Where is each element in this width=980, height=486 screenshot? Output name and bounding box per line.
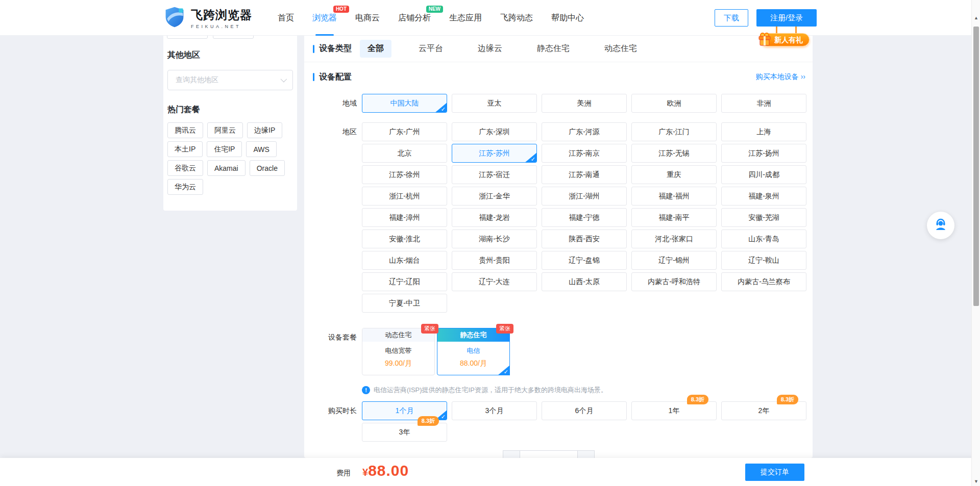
option-button[interactable]: 四川-成都	[721, 165, 806, 184]
package-card[interactable]: 静态住宅紧张电信88.00/月✓	[437, 328, 510, 375]
stock-badge: 紧张	[496, 324, 513, 334]
hot-package-tag[interactable]: Oracle	[250, 160, 285, 176]
option-button[interactable]: 美洲	[542, 94, 627, 113]
hot-package-tag[interactable]: AWS	[246, 141, 276, 157]
scrollbar-thumb[interactable]	[973, 27, 979, 306]
option-button[interactable]: 河北-张家口	[631, 229, 717, 248]
hot-package-tag[interactable]: 住宅IP	[207, 141, 242, 157]
nav-item-电商云[interactable]: 电商云	[355, 0, 380, 36]
option-label: 四川-成都	[748, 170, 779, 178]
package-carrier: 电信宽带	[362, 346, 434, 355]
option-button[interactable]: 辽宁-盘锦	[542, 251, 627, 270]
page-scrollbar[interactable]: ▲ ▼	[971, 0, 980, 486]
option-button[interactable]: 3个月	[452, 401, 537, 420]
package-card[interactable]: 动态住宅紧张电信宽带99.00/月	[362, 328, 435, 375]
option-button[interactable]: 江苏-宿迁	[452, 165, 537, 184]
option-button[interactable]: 非洲	[721, 94, 806, 113]
option-button[interactable]: 福建-宁德	[542, 208, 627, 227]
option-button[interactable]: 中国大陆✓	[362, 94, 447, 113]
clipped-tag[interactable]	[167, 36, 208, 39]
option-button[interactable]: 广东-广州	[362, 122, 447, 141]
device-type-tab[interactable]: 动态住宅	[597, 40, 645, 58]
option-button[interactable]: 福建-漳州	[362, 208, 447, 227]
nav-item-生态应用[interactable]: 生态应用	[449, 0, 482, 36]
scroll-down-icon[interactable]: ▼	[972, 479, 980, 484]
option-button[interactable]: 辽宁-辽阳	[362, 272, 447, 291]
option-label: 辽宁-锦州	[658, 256, 690, 264]
option-button[interactable]: 辽宁-鞍山	[721, 251, 806, 270]
option-button[interactable]: 内蒙古-乌兰察布	[721, 272, 806, 291]
new-user-gift-badge[interactable]: 新人有礼	[761, 33, 810, 46]
login-register-button[interactable]: 注册/登录	[756, 9, 817, 27]
clipped-tag[interactable]	[213, 36, 254, 39]
option-button[interactable]: 江苏-南通	[542, 165, 627, 184]
buy-local-device-link[interactable]: 购买本地设备 ››	[756, 72, 805, 82]
option-label: 2年	[758, 406, 770, 415]
hot-package-tag[interactable]: 华为云	[167, 179, 203, 195]
nav-item-首页[interactable]: 首页	[278, 0, 294, 36]
option-button[interactable]: 湖南-长沙	[452, 229, 537, 248]
option-button[interactable]: 浙江-杭州	[362, 187, 447, 206]
hot-package-tag[interactable]: 本土IP	[167, 141, 203, 157]
device-type-tab[interactable]: 边缘云	[470, 40, 510, 58]
option-button[interactable]: 欧洲	[631, 94, 717, 113]
nav-item-帮助中心[interactable]: 帮助中心	[551, 0, 584, 36]
option-button[interactable]: 辽宁-大连	[452, 272, 537, 291]
check-icon: ✓	[531, 157, 535, 162]
option-button[interactable]: 陕西-西安	[542, 229, 627, 248]
option-button[interactable]: 江苏-扬州	[721, 144, 806, 163]
option-button[interactable]: 江苏-南京	[542, 144, 627, 163]
area-label: 地区	[304, 122, 357, 137]
option-button[interactable]: 山西-太原	[542, 272, 627, 291]
device-type-tab[interactable]: 全部	[360, 40, 391, 58]
logo[interactable]: 飞跨浏览器 FEIKUA.NET	[163, 5, 252, 31]
nav-item-店铺分析[interactable]: 店铺分析NEW	[398, 0, 431, 36]
option-button[interactable]: 福建-泉州	[721, 187, 806, 206]
quantity-minus-button[interactable]	[503, 450, 520, 458]
option-button[interactable]: 安徽-淮北	[362, 229, 447, 248]
submit-order-button[interactable]: 提交订单	[745, 464, 804, 481]
quantity-input[interactable]	[520, 450, 577, 458]
quantity-plus-button[interactable]	[577, 450, 595, 458]
option-button[interactable]: 重庆	[631, 165, 717, 184]
device-type-tab[interactable]: 云平台	[411, 40, 451, 58]
nav-item-飞跨动态[interactable]: 飞跨动态	[500, 0, 533, 36]
option-button[interactable]: 亚太	[452, 94, 537, 113]
option-button[interactable]: 广东-河源	[542, 122, 627, 141]
nav-item-浏览器[interactable]: 浏览器HOT	[312, 0, 337, 36]
hot-package-tag[interactable]: 边缘IP	[247, 122, 282, 138]
option-button[interactable]: 浙江-金华	[452, 187, 537, 206]
stock-badge: 紧张	[421, 324, 438, 334]
option-button[interactable]: 安徽-芜湖	[721, 208, 806, 227]
option-button[interactable]: 浙江-湖州	[542, 187, 627, 206]
hot-package-tag[interactable]: 谷歌云	[167, 160, 203, 176]
option-button[interactable]: 上海	[721, 122, 806, 141]
option-button[interactable]: 广东-深圳	[452, 122, 537, 141]
hot-package-tag[interactable]: 阿里云	[207, 122, 243, 138]
option-button[interactable]: 江苏-无锡	[631, 144, 717, 163]
option-button[interactable]: 辽宁-锦州	[631, 251, 717, 270]
option-button[interactable]: 北京	[362, 144, 447, 163]
customer-service-fab[interactable]	[927, 212, 954, 239]
option-button[interactable]: 广东-江门	[631, 122, 717, 141]
option-button[interactable]: 山东-烟台	[362, 251, 447, 270]
package-label: 设备套餐	[304, 328, 357, 342]
option-button[interactable]: 福建-龙岩	[452, 208, 537, 227]
option-button[interactable]: 贵州-贵阳	[452, 251, 537, 270]
hot-package-tag[interactable]: 腾讯云	[167, 122, 203, 138]
option-button[interactable]: 6个月	[542, 401, 627, 420]
option-button[interactable]: 内蒙古-呼和浩特	[631, 272, 717, 291]
other-region-select[interactable]: 查询其他地区	[167, 70, 293, 90]
option-button[interactable]: 福建-南平	[631, 208, 717, 227]
hot-package-tag[interactable]: Akamai	[207, 160, 246, 176]
option-button[interactable]: 江苏-徐州	[362, 165, 447, 184]
download-button[interactable]: 下载	[715, 9, 748, 27]
option-button[interactable]: 宁夏-中卫	[362, 294, 447, 313]
scroll-up-icon[interactable]: ▲	[972, 15, 980, 20]
device-type-tab[interactable]: 静态住宅	[529, 40, 577, 58]
device-config-header: 设备配置 购买本地设备 ››	[304, 71, 813, 83]
option-button[interactable]: 江苏-苏州✓	[452, 144, 537, 163]
option-button[interactable]: 山东-青岛	[721, 229, 806, 248]
option-label: 福建-宁德	[569, 213, 600, 221]
option-button[interactable]: 福建-福州	[631, 187, 717, 206]
